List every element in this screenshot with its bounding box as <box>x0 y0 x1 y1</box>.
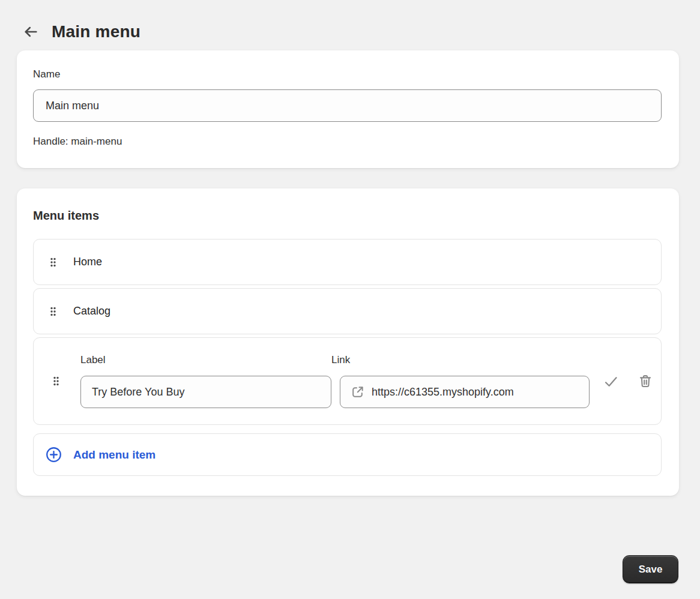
menu-items-heading: Menu items <box>33 209 662 223</box>
delete-item-button[interactable] <box>636 372 655 391</box>
item-link-inputbox[interactable] <box>340 376 590 408</box>
menu-item-edit-row: Label Link <box>33 337 662 425</box>
handle-text: Handle: main-menu <box>33 136 662 148</box>
arrow-left-icon <box>22 23 39 40</box>
menu-item-label: Home <box>73 256 102 268</box>
add-menu-item-label: Add menu item <box>73 448 155 462</box>
check-icon <box>603 373 619 390</box>
external-link-icon <box>351 385 364 399</box>
menu-item-row-home[interactable]: Home <box>33 239 662 285</box>
name-card: Name Handle: main-menu <box>17 50 679 168</box>
item-link-input[interactable] <box>372 386 585 399</box>
save-button[interactable]: Save <box>623 555 678 583</box>
item-label-input[interactable] <box>80 376 331 408</box>
label-field-label: Label <box>80 354 331 366</box>
name-label: Name <box>33 68 662 80</box>
confirm-item-button[interactable] <box>601 372 620 391</box>
add-menu-item-row[interactable]: Add menu item <box>33 433 662 476</box>
menu-item-row-catalog[interactable]: Catalog <box>33 288 662 334</box>
trash-icon <box>638 373 653 389</box>
drag-handle-icon[interactable] <box>52 376 60 387</box>
link-field-label: Link <box>331 354 590 366</box>
page-title: Main menu <box>52 22 140 41</box>
drag-handle-icon[interactable] <box>49 257 57 268</box>
link-field-group: Link <box>331 354 590 408</box>
back-button[interactable] <box>22 23 40 41</box>
menu-item-label: Catalog <box>73 305 110 318</box>
navigation-menu-editor-page: Main menu Name Handle: main-menu Menu it… <box>0 0 700 599</box>
label-field-group: Label <box>80 354 331 408</box>
drag-handle-icon[interactable] <box>49 306 57 317</box>
page-header: Main menu <box>0 0 700 50</box>
menu-items-card: Menu items Home Catalog <box>17 188 679 496</box>
menu-name-input[interactable] <box>33 89 662 122</box>
edit-fields: Label Link <box>80 354 590 408</box>
plus-circle-icon <box>46 447 62 463</box>
